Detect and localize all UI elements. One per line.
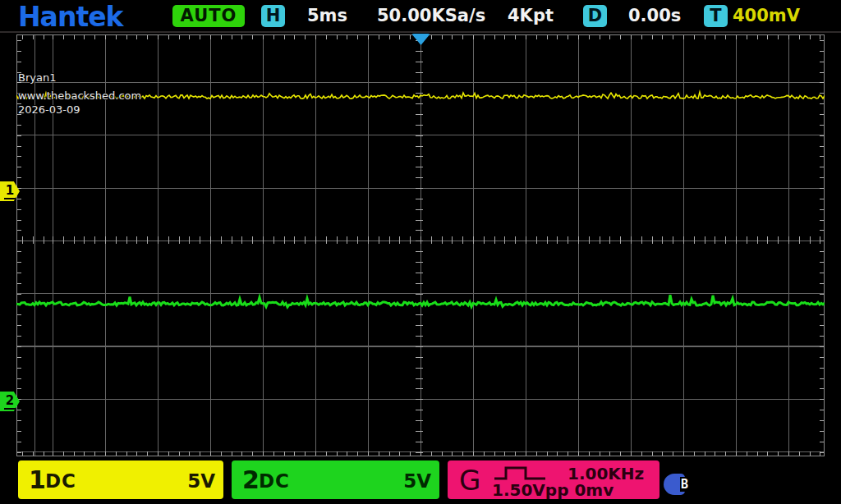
- usb-type-b-label: B: [680, 477, 689, 492]
- square-wave-icon: [492, 465, 561, 481]
- website-label: www.thebackshed.com: [18, 89, 141, 102]
- channel1-marker-label: 1: [4, 184, 16, 199]
- sample-rate-value: 50.00KSa/s: [377, 6, 485, 25]
- generator-label: G: [459, 464, 480, 497]
- channel2-status-box[interactable]: 2 DC 5V: [232, 460, 439, 499]
- channel1-status-box[interactable]: 1 DC 5V: [18, 460, 223, 499]
- trigger-level-value[interactable]: 400mV: [733, 6, 800, 25]
- memory-depth-value: 4Kpt: [508, 6, 554, 25]
- channel1-number: 1: [29, 465, 46, 494]
- trace-channel-2: [16, 295, 825, 307]
- usb-device-icon: B: [664, 474, 690, 495]
- delay-menu-icon[interactable]: D: [583, 5, 607, 27]
- signal-generator-status-box[interactable]: G 1.00KHz 1.50Vpp 0mv: [448, 460, 659, 499]
- horizontal-menu-icon[interactable]: H: [261, 5, 285, 27]
- channel1-coupling: DC: [45, 470, 76, 492]
- brand-logo: Hantek: [18, 1, 122, 33]
- user-label: Bryan1: [18, 71, 56, 84]
- trigger-menu-icon[interactable]: T: [704, 5, 728, 27]
- channel2-volts-per-div: 5V: [403, 470, 431, 492]
- oscilloscope-screen: Hantek AUTO H 5ms 50.00KSa/s 4Kpt D 0.00…: [0, 0, 841, 504]
- channel1-volts-per-div: 5V: [187, 470, 215, 492]
- date-label: 2026-03-09: [18, 103, 80, 116]
- channel2-number: 2: [242, 465, 260, 494]
- horizontal-offset-value[interactable]: 0.00s: [628, 6, 681, 25]
- channel2-marker-label: 2: [4, 394, 16, 410]
- topbar-separator: [0, 31, 841, 33]
- acquisition-mode-badge[interactable]: AUTO: [172, 5, 245, 27]
- channel2-coupling: DC: [259, 470, 290, 492]
- generator-amplitude-offset: 1.50Vpp 0mv: [492, 480, 614, 500]
- bottom-status-bar: 1 DC 5V 2 DC 5V G 1.00KHz 1.50Vpp 0mv B: [0, 456, 841, 504]
- top-status-bar: Hantek AUTO H 5ms 50.00KSa/s 4Kpt D 0.00…: [0, 0, 841, 31]
- timebase-value[interactable]: 5ms: [307, 6, 347, 25]
